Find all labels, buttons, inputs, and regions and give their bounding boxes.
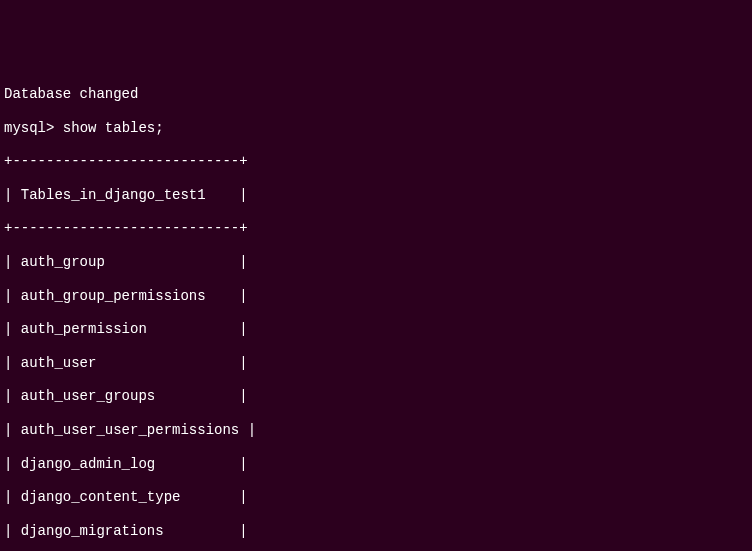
table-row: | auth_user_groups | — [4, 388, 748, 405]
table-row: | django_admin_log | — [4, 456, 748, 473]
terminal-output: Database changed mysql> show tables; +--… — [4, 69, 748, 551]
table-row: | auth_user | — [4, 355, 748, 372]
table-row: | auth_group_permissions | — [4, 288, 748, 305]
table-row: | auth_user_user_permissions | — [4, 422, 748, 439]
command-show-tables[interactable]: show tables; — [54, 120, 163, 136]
table-row: | auth_group | — [4, 254, 748, 271]
tables-border-mid: +---------------------------+ — [4, 220, 748, 237]
db-changed-line: Database changed — [4, 86, 748, 103]
tables-border-top: +---------------------------+ — [4, 153, 748, 170]
table-row: | auth_permission | — [4, 321, 748, 338]
tables-header: | Tables_in_django_test1 | — [4, 187, 748, 204]
mysql-prompt: mysql> — [4, 120, 54, 136]
table-row: | django_migrations | — [4, 523, 748, 540]
prompt-line-1: mysql> show tables; — [4, 120, 748, 137]
table-row: | django_content_type | — [4, 489, 748, 506]
